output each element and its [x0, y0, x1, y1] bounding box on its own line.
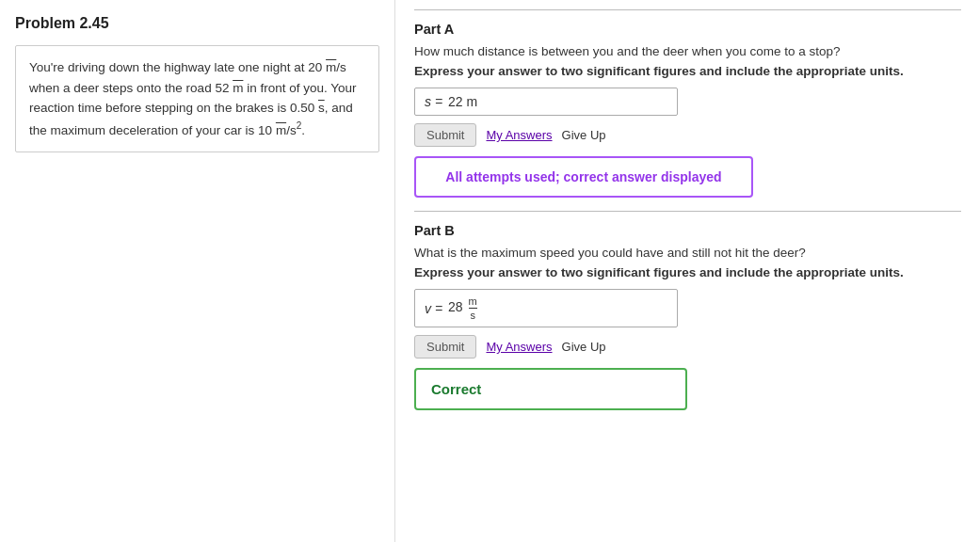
part-b-answer-box: v = 28 m s — [414, 289, 678, 327]
fraction-denominator: s — [470, 309, 475, 321]
part-a-question: How much distance is between you and the… — [414, 44, 961, 58]
part-a-answer-label: s = — [425, 94, 442, 109]
part-b-my-answers-link[interactable]: My Answers — [486, 340, 552, 354]
part-a-give-up-link[interactable]: Give Up — [562, 128, 606, 142]
part-b-question: What is the maximum speed you could have… — [414, 246, 961, 260]
fraction-numerator: m — [469, 295, 477, 309]
problem-description: You're driving down the highway late one… — [15, 45, 379, 152]
part-b-answer-label: v = — [425, 301, 442, 316]
part-b-section: Part B What is the maximum speed you cou… — [414, 211, 961, 410]
part-a-status-message: All attempts used; correct answer displa… — [414, 156, 753, 198]
part-b-instruction: Express your answer to two significant f… — [414, 265, 961, 279]
part-b-submit-button[interactable]: Submit — [414, 335, 476, 359]
part-b-answer-value: 28 m s — [448, 295, 477, 321]
part-a-my-answers-link[interactable]: My Answers — [486, 128, 552, 142]
part-a-answer-value: 22 m — [448, 94, 477, 109]
part-a-answer-box: s = 22 m — [414, 88, 678, 116]
part-a-instruction: Express your answer to two significant f… — [414, 64, 961, 78]
part-b-correct-message: Correct — [414, 368, 687, 410]
part-a-label: Part A — [414, 22, 961, 37]
part-a-submit-button[interactable]: Submit — [414, 123, 476, 147]
part-a-section: Part A How much distance is between you … — [414, 9, 961, 198]
part-b-label: Part B — [414, 223, 961, 238]
problem-title: Problem 2.45 — [15, 15, 379, 32]
part-b-give-up-link[interactable]: Give Up — [562, 340, 606, 354]
